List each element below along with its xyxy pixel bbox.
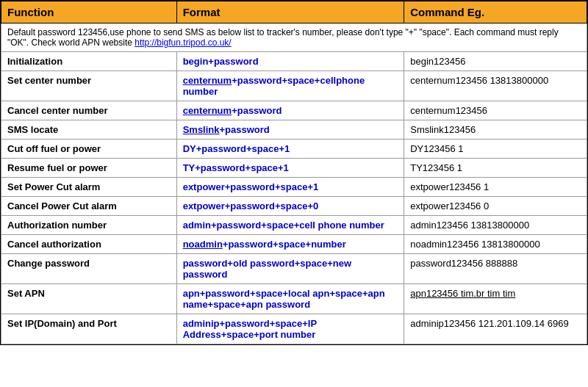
table-row: Cancel authorizationnoadmin+password+spa… <box>1 235 587 254</box>
cell-format: begin+password <box>176 52 404 71</box>
table-row: Set APNapn+password+space+local apn+spac… <box>1 284 587 314</box>
table-row: Cut off fuel or powerDY+password+space+1… <box>1 140 587 159</box>
cell-function: Resume fuel or power <box>1 159 177 178</box>
table-row: Cancel center numbercenternum+passwordce… <box>1 101 587 120</box>
cell-function: Set IP(Domain) and Port <box>1 314 177 344</box>
cell-format: Smslink+password <box>176 120 404 140</box>
cell-command: extpower123456 0 <box>404 197 587 216</box>
cell-function: SMS locate <box>1 120 177 140</box>
cell-format: noadmin+password+space+number <box>176 235 404 254</box>
cell-function: Set Power Cut alarm <box>1 178 177 197</box>
cell-command: admin123456 13813800000 <box>404 216 587 235</box>
cell-format: apn+password+space+local apn+space+apn n… <box>176 284 404 314</box>
table-row: Set IP(Domain) and Portadminip+password+… <box>1 314 587 344</box>
cell-function: Cancel authorization <box>1 235 177 254</box>
cell-format: extpower+password+space+0 <box>176 197 404 216</box>
cell-command: TY123456 1 <box>404 159 587 178</box>
cell-command: apn123456 tim.br tim tim <box>404 284 587 314</box>
cell-format: admin+password+space+cell phone number <box>176 216 404 235</box>
intro-row: Default password 123456,use phone to sen… <box>1 23 587 52</box>
table-row: Change passwordpassword+old password+spa… <box>1 254 587 284</box>
intro-text: Default password 123456,use phone to sen… <box>1 23 587 52</box>
cell-command: password123456 888888 <box>404 254 587 284</box>
table-row: Authorization numberadmin+password+space… <box>1 216 587 235</box>
main-table-wrapper: Function Format Command Eg. Default pass… <box>0 0 588 345</box>
table-row: SMS locateSmslink+passwordSmslink123456 <box>1 120 587 140</box>
header-row: Function Format Command Eg. <box>1 1 587 23</box>
table-row: Resume fuel or powerTY+password+space+1T… <box>1 159 587 178</box>
cell-format: extpower+password+space+1 <box>176 178 404 197</box>
cell-command: begin123456 <box>404 52 587 71</box>
header-format: Format <box>176 1 404 23</box>
table-row: Set Power Cut alarmextpower+password+spa… <box>1 178 587 197</box>
cell-function: Authorization number <box>1 216 177 235</box>
cell-command: extpower123456 1 <box>404 178 587 197</box>
cell-format: TY+password+space+1 <box>176 159 404 178</box>
cell-function: Set center number <box>1 71 177 101</box>
cell-format: password+old password+space+new password <box>176 254 404 284</box>
table-row: Set center numbercenternum+password+spac… <box>1 71 587 101</box>
header-command: Command Eg. <box>404 1 587 23</box>
cell-format: adminip+password+space+IP Address+space+… <box>176 314 404 344</box>
cell-function: Cut off fuel or power <box>1 140 177 159</box>
header-function: Function <box>1 1 177 23</box>
cell-command: noadmin123456 13813800000 <box>404 235 587 254</box>
cell-command: centernum123456 13813800000 <box>404 71 587 101</box>
cell-command: adminip123456 121.201.109.14 6969 <box>404 314 587 344</box>
cell-command: Smslink123456 <box>404 120 587 140</box>
cell-function: Change password <box>1 254 177 284</box>
command-table: Function Format Command Eg. Default pass… <box>1 1 587 344</box>
cell-command: centernum123456 <box>404 101 587 120</box>
cell-function: Initialization <box>1 52 177 71</box>
cell-function: Cancel Power Cut alarm <box>1 197 177 216</box>
table-row: Initializationbegin+passwordbegin123456 <box>1 52 587 71</box>
cell-function: Cancel center number <box>1 101 177 120</box>
cell-function: Set APN <box>1 284 177 314</box>
cell-command: DY123456 1 <box>404 140 587 159</box>
cell-format: centernum+password <box>176 101 404 120</box>
table-row: Cancel Power Cut alarmextpower+password+… <box>1 197 587 216</box>
cell-format: DY+password+space+1 <box>176 140 404 159</box>
cell-format: centernum+password+space+cellphone numbe… <box>176 71 404 101</box>
